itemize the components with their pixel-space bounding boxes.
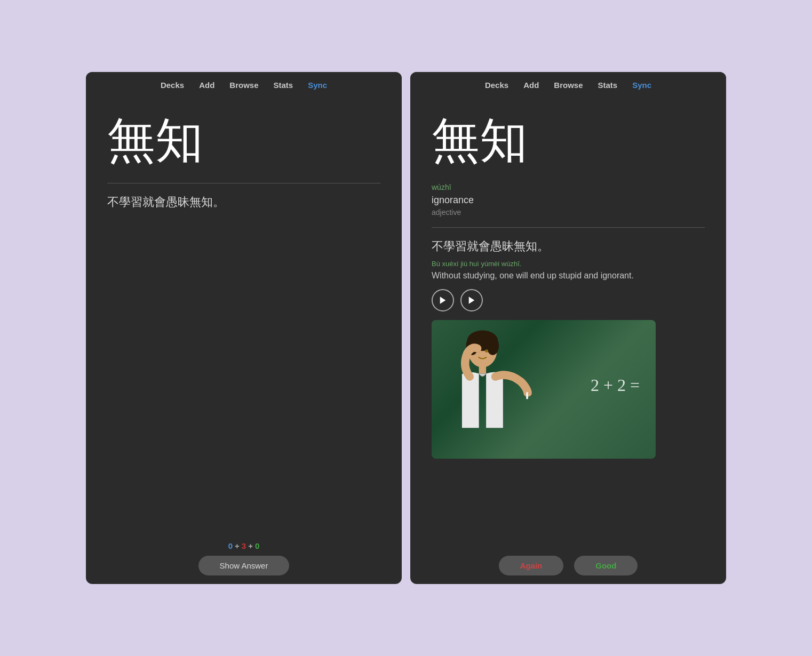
right-card: Decks Add Browse Stats Sync 無知 wúzhī ign…	[410, 72, 726, 584]
app-container: Decks Add Browse Stats Sync 無知 不學習就會愚昧無知…	[86, 72, 726, 584]
play-icon-1	[438, 295, 448, 305]
right-divider	[432, 227, 705, 228]
left-card-content: 無知 不學習就會愚昧無知。	[86, 98, 402, 533]
play-icon-2	[467, 295, 476, 305]
right-nav-add[interactable]: Add	[523, 81, 539, 90]
score-green: 0	[255, 541, 259, 550]
right-word-type: adjective	[432, 208, 705, 217]
svg-point-7	[485, 349, 488, 353]
flashcard-image: 2 + 2 =	[432, 320, 656, 459]
left-footer: 0 + 3 + 0 Show Answer	[86, 533, 402, 584]
svg-rect-8	[479, 365, 486, 373]
score-sep1: +	[235, 541, 240, 550]
svg-marker-1	[469, 297, 475, 304]
score-blue: 0	[228, 541, 233, 550]
score-sep2: +	[248, 541, 253, 550]
right-chinese-character: 無知	[432, 114, 705, 167]
left-nav-browse[interactable]: Browse	[229, 81, 258, 90]
good-button[interactable]: Good	[574, 556, 638, 575]
right-definition: ignorance	[432, 195, 705, 206]
left-sentence: 不學習就會愚昧無知。	[107, 194, 380, 210]
chalkboard-equation: 2 + 2 =	[591, 375, 640, 395]
audio-buttons	[432, 289, 705, 311]
left-nav-stats[interactable]: Stats	[274, 81, 293, 90]
right-nav-sync[interactable]: Sync	[632, 81, 651, 90]
right-nav-stats[interactable]: Stats	[598, 81, 618, 90]
left-nav-add[interactable]: Add	[199, 81, 214, 90]
right-nav-browse[interactable]: Browse	[554, 81, 583, 90]
svg-point-5	[487, 337, 499, 355]
right-sentence-pinyin: Bù xuéxí jiù huì yúmèi wúzhī.	[432, 260, 705, 268]
again-button[interactable]: Again	[499, 556, 564, 575]
svg-rect-10	[526, 392, 528, 399]
person-illustration	[434, 325, 541, 459]
score-red: 3	[242, 541, 246, 550]
right-sentence-chinese: 不學習就會愚昧無知。	[432, 238, 705, 254]
play-sentence-button[interactable]	[460, 289, 483, 311]
right-nav-decks[interactable]: Decks	[485, 81, 508, 90]
left-nav: Decks Add Browse Stats Sync	[86, 72, 402, 98]
right-pinyin: wúzhī	[432, 183, 705, 191]
left-nav-decks[interactable]: Decks	[161, 81, 184, 90]
score-display: 0 + 3 + 0	[228, 541, 260, 550]
right-nav: Decks Add Browse Stats Sync	[410, 72, 726, 98]
answer-buttons: Again Good	[499, 556, 638, 575]
right-card-content: 無知 wúzhī ignorance adjective 不學習就會愚昧無知。 …	[410, 98, 726, 547]
left-divider	[107, 183, 380, 183]
left-nav-sync[interactable]: Sync	[308, 81, 327, 90]
right-footer: Again Good	[410, 547, 726, 584]
svg-marker-0	[440, 297, 446, 304]
show-answer-button[interactable]: Show Answer	[198, 556, 290, 575]
right-sentence-english: Without studying, one will end up stupid…	[432, 271, 705, 281]
play-word-button[interactable]	[432, 289, 454, 311]
left-card: Decks Add Browse Stats Sync 無知 不學習就會愚昧無知…	[86, 72, 402, 584]
left-chinese-character: 無知	[107, 114, 380, 167]
